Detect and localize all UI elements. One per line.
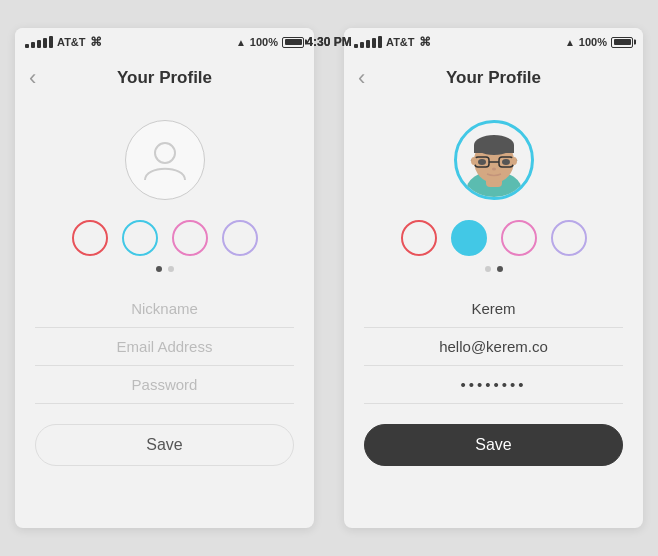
field-email-address[interactable] [364,328,623,366]
battery-icon [282,37,304,48]
signal-icon [25,36,53,48]
signal-icon [354,36,382,48]
nav-title: Your Profile [446,68,541,88]
field-email-address[interactable] [35,328,294,366]
nav-bar: ‹ Your Profile [344,56,643,100]
form-fields [344,290,643,404]
pagination [485,266,503,272]
color-picker [72,220,258,256]
svg-point-11 [478,159,486,165]
color-option-cyan[interactable] [122,220,158,256]
back-button[interactable]: ‹ [358,67,365,89]
location-icon: ▲ [236,37,246,48]
nav-title: Your Profile [117,68,212,88]
field-password[interactable] [364,366,623,404]
field-password[interactable] [35,366,294,404]
save-button[interactable]: Save [364,424,623,466]
field-nickname[interactable] [35,290,294,328]
phone-screen-filled-profile: AT&T ⌘ 4:30 PM ▲ 100% ‹ Your Profile [344,28,643,528]
svg-point-14 [471,157,477,165]
location-icon: ▲ [565,37,575,48]
status-right: ▲ 100% [565,36,633,48]
battery-label: 100% [579,36,607,48]
carrier-label: AT&T [57,36,86,48]
status-bar: AT&T ⌘ 4:30 PM ▲ 100% [15,28,314,56]
pagination-dot-1[interactable] [497,266,503,272]
save-button[interactable]: Save [35,424,294,466]
carrier-label: AT&T [386,36,415,48]
color-option-pink[interactable] [172,220,208,256]
svg-rect-5 [474,145,514,153]
back-button[interactable]: ‹ [29,67,36,89]
save-button-area: Save [15,424,314,466]
status-right: ▲ 100% [236,36,304,48]
color-option-purple[interactable] [222,220,258,256]
status-bar: AT&T ⌘ 4:30 PM ▲ 100% [344,28,643,56]
nav-bar: ‹ Your Profile [15,56,314,100]
color-option-red[interactable] [401,220,437,256]
svg-point-12 [502,159,510,165]
color-picker [401,220,587,256]
color-option-red[interactable] [72,220,108,256]
form-fields [15,290,314,404]
svg-point-15 [511,157,517,165]
save-button-area: Save [344,424,643,466]
avatar-photo [457,123,531,197]
field-nickname[interactable] [364,290,623,328]
avatar-area [125,120,205,200]
avatar-area [454,120,534,200]
avatar[interactable] [454,120,534,200]
time-label: 4:30 PM [344,35,352,49]
battery-icon [611,37,633,48]
battery-label: 100% [250,36,278,48]
app-wrapper: AT&T ⌘ 4:30 PM ▲ 100% ‹ Your Profile Sav… [0,0,658,556]
avatar[interactable] [125,120,205,200]
pagination-dot-0[interactable] [485,266,491,272]
svg-point-13 [492,168,496,171]
phone-screen-empty-profile: AT&T ⌘ 4:30 PM ▲ 100% ‹ Your Profile Sav… [15,28,314,528]
color-option-pink[interactable] [501,220,537,256]
svg-point-0 [155,143,175,163]
wifi-icon: ⌘ [419,35,431,49]
pagination [156,266,174,272]
pagination-dot-1[interactable] [168,266,174,272]
person-icon [140,135,190,185]
status-left: AT&T ⌘ [354,35,431,49]
color-option-purple[interactable] [551,220,587,256]
wifi-icon: ⌘ [90,35,102,49]
color-option-cyan[interactable] [451,220,487,256]
pagination-dot-0[interactable] [156,266,162,272]
status-left: AT&T ⌘ [25,35,102,49]
